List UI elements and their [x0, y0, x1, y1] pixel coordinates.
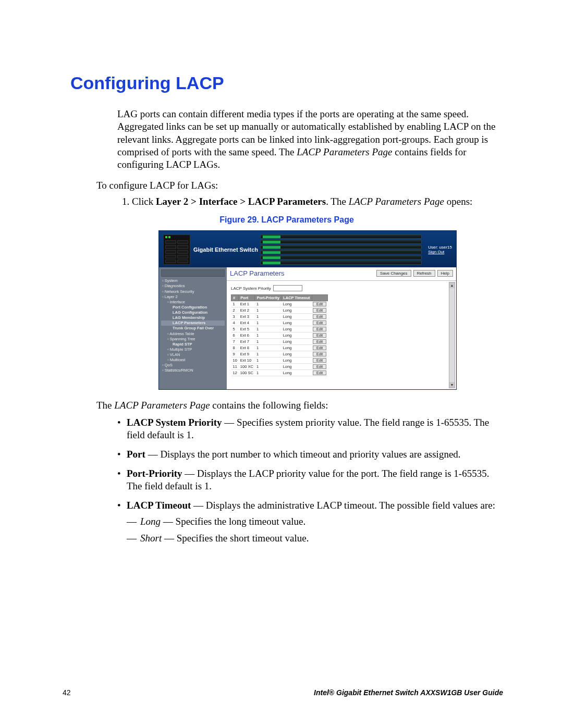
- edit-button[interactable]: Edit: [313, 346, 326, 350]
- edit-button[interactable]: Edit: [313, 364, 326, 369]
- nav-network-security[interactable]: ▫ Network Security: [161, 289, 225, 294]
- table-row: 1Ext 11LongEdit: [231, 301, 328, 307]
- timeout-values-list: Long — Specifies the long timeout value.…: [127, 515, 503, 545]
- table-row: 11100 XC1LongEdit: [231, 364, 328, 370]
- nav-spanning-tree[interactable]: ▫ Spanning Tree: [161, 337, 225, 342]
- section-heading: Configuring LACP: [70, 73, 503, 93]
- fields-list: LACP System Priority — Specifies system …: [117, 416, 503, 546]
- step1-page-ref: LACP Parameters Page: [349, 196, 444, 207]
- lacp-table: # Port Port-Priority LACP Timeout 1Ext 1…: [231, 294, 328, 376]
- cell-priority: 1: [255, 332, 282, 339]
- step1-path: Layer 2 > Interface > LACP Parameters: [156, 196, 326, 207]
- signout-link[interactable]: Sign Out: [428, 250, 452, 255]
- cell-timeout: Long: [282, 364, 312, 370]
- cell-priority: 1: [255, 314, 282, 320]
- page-footer: 42 Intel® Gigabit Ethernet Switch AXXSW1…: [63, 688, 503, 697]
- nav-system[interactable]: ▫ System: [161, 278, 225, 283]
- step1-mid: . The: [326, 196, 348, 207]
- cell-priority: 1: [255, 301, 282, 307]
- s1-desc: — Specifies the long timeout value.: [161, 516, 305, 527]
- cell-port: 100 SC: [239, 370, 255, 376]
- cell-num: 5: [231, 326, 239, 332]
- refresh-button[interactable]: Refresh: [413, 270, 435, 277]
- pre-list-text: To configure LACP for LAGs:: [96, 180, 503, 191]
- nav-trunk-failover[interactable]: Trunk Group Fail Over: [161, 326, 225, 331]
- step1-pre: Click: [132, 196, 156, 207]
- cell-priority: 1: [255, 307, 282, 314]
- cell-port: Ext 8: [239, 345, 255, 351]
- th-priority: Port-Priority: [255, 295, 282, 301]
- table-row: 10Ext 101LongEdit: [231, 357, 328, 364]
- cell-num: 7: [231, 339, 239, 345]
- scrollbar[interactable]: ▴ ▾: [449, 282, 455, 388]
- cell-priority: 1: [255, 345, 282, 351]
- rack-units: [260, 235, 422, 265]
- scroll-up-icon[interactable]: ▴: [449, 282, 455, 288]
- system-priority-input[interactable]: [273, 285, 302, 291]
- edit-button[interactable]: Edit: [313, 358, 326, 363]
- help-button[interactable]: Help: [437, 270, 453, 277]
- table-row: 7Ext 71LongEdit: [231, 339, 328, 345]
- table-row: 6Ext 61LongEdit: [231, 332, 328, 339]
- nav-toolbar[interactable]: [161, 269, 225, 277]
- nav-lacp-parameters[interactable]: LACP Parameters: [161, 320, 225, 326]
- edit-button[interactable]: Edit: [313, 320, 326, 325]
- nav-vlan[interactable]: ▫ VLAN: [161, 352, 225, 357]
- table-row: 3Ext 31LongEdit: [231, 314, 328, 320]
- f2-desc: — Displays the port number to which time…: [145, 449, 461, 460]
- nav-interface[interactable]: ▫ Interface: [161, 300, 225, 305]
- cell-port: Ext 7: [239, 339, 255, 345]
- scroll-down-icon[interactable]: ▾: [449, 382, 455, 388]
- fields-intro: The LACP Parameters Page contains the fo…: [96, 400, 503, 411]
- cell-num: 3: [231, 314, 239, 320]
- page-number: 42: [63, 688, 71, 697]
- fields-intro-ref: LACP Parameters Page: [114, 400, 210, 411]
- cell-port: Ext 2: [239, 307, 255, 314]
- th-num: #: [231, 295, 239, 301]
- cell-priority: 1: [255, 320, 282, 326]
- fields-intro-pre: The: [96, 400, 114, 411]
- nav-layer2[interactable]: ▫ Layer 2: [161, 294, 225, 300]
- f4-term: LACP Timeout: [127, 500, 191, 511]
- edit-button[interactable]: Edit: [313, 308, 326, 313]
- edit-button[interactable]: Edit: [313, 302, 326, 306]
- user-label: User: user15: [428, 245, 452, 250]
- nav-multiple-stp[interactable]: ▫ Multiple STP: [161, 347, 225, 352]
- nav-address-table[interactable]: ▫ Address Table: [161, 331, 225, 337]
- f3-term: Port-Priority: [127, 468, 182, 479]
- field-system-priority: LACP System Priority — Specifies system …: [117, 416, 503, 442]
- nav-diagnostics[interactable]: ▫ Diagnostics: [161, 283, 225, 289]
- edit-button[interactable]: Edit: [313, 339, 326, 344]
- cell-port: Ext 3: [239, 314, 255, 320]
- fields-intro-post: contains the following fields:: [210, 400, 328, 411]
- field-port-priority: Port-Priority — Displays the LACP priori…: [117, 467, 503, 493]
- nav-rapid-stp[interactable]: Rapid STP: [161, 342, 225, 347]
- edit-button[interactable]: Edit: [313, 333, 326, 338]
- device-faceplate: [163, 235, 190, 265]
- field-port: Port — Displays the port number to which…: [117, 448, 503, 461]
- cell-priority: 1: [255, 364, 282, 370]
- cell-port: Ext 6: [239, 332, 255, 339]
- nav-qos[interactable]: ▫ QoS: [161, 363, 225, 368]
- cell-timeout: Long: [282, 301, 312, 307]
- cell-num: 6: [231, 332, 239, 339]
- edit-button[interactable]: Edit: [313, 327, 326, 331]
- nav-lag-membership[interactable]: LAG Membership: [161, 315, 225, 320]
- edit-button[interactable]: Edit: [313, 371, 326, 375]
- th-timeout: LACP Timeout: [282, 295, 312, 301]
- cell-port: 100 XC: [239, 364, 255, 370]
- edit-button[interactable]: Edit: [313, 352, 326, 356]
- cell-timeout: Long: [282, 320, 312, 326]
- nav-lag-configuration[interactable]: LAG Configuration: [161, 310, 225, 315]
- cell-timeout: Long: [282, 332, 312, 339]
- cell-port: Ext 5: [239, 326, 255, 332]
- save-changes-button[interactable]: Save Changes: [376, 270, 411, 277]
- cell-num: 9: [231, 351, 239, 357]
- nav-statistics-rmon[interactable]: ▫ Statistics/RMON: [161, 368, 225, 373]
- edit-button[interactable]: Edit: [313, 314, 326, 319]
- cell-num: 10: [231, 357, 239, 364]
- intro-paragraph: LAG ports can contain different media ty…: [117, 108, 503, 171]
- nav-multicast[interactable]: ▫ Multicast: [161, 357, 225, 363]
- nav-port-configuration[interactable]: Port Configuration: [161, 305, 225, 310]
- table-row: 12100 SC1LongEdit: [231, 370, 328, 376]
